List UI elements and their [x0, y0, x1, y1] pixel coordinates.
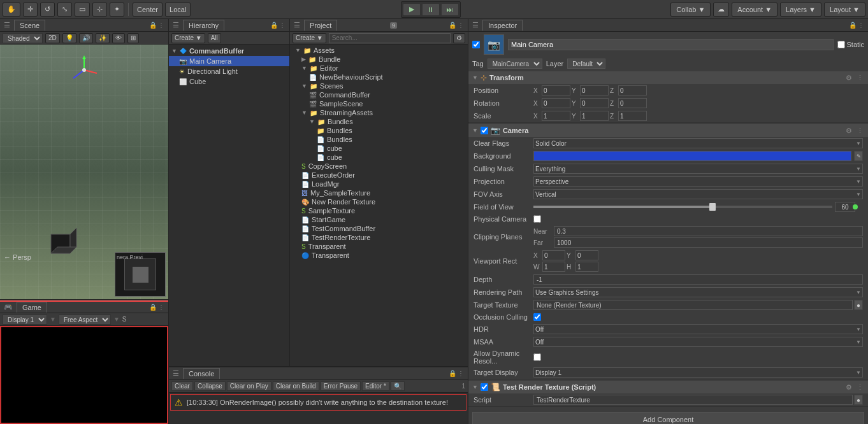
custom-tool[interactable]: ✦ [110, 3, 124, 17]
project-startgame[interactable]: 📄 StartGame [290, 215, 468, 224]
hierarchy-create-btn[interactable]: Create ▼ [171, 33, 205, 43]
project-scenes[interactable]: ▼ 📁 Scenes [290, 81, 468, 90]
rotation-z-input[interactable] [618, 98, 647, 108]
account-btn[interactable]: Account ▼ [732, 3, 778, 17]
inspector-menu-btn[interactable]: ⋮ [858, 22, 864, 29]
console-lock-btn[interactable]: 🔒 [449, 370, 456, 377]
far-input[interactable] [554, 237, 863, 248]
rotation-y-input[interactable] [580, 98, 609, 108]
scene-2d-btn[interactable]: 2D [45, 33, 60, 43]
vp-y-input[interactable] [575, 250, 598, 260]
display-dropdown[interactable]: Display 1 [3, 314, 47, 325]
hierarchy-item-main-camera[interactable]: 📷 Main Camera [169, 56, 289, 66]
scale-z-input[interactable] [618, 111, 647, 121]
clear-btn[interactable]: Clear [171, 381, 193, 391]
static-checkbox[interactable] [837, 41, 845, 48]
fov-slider[interactable] [533, 206, 832, 208]
script-more-btn[interactable]: ⋮ [855, 383, 864, 392]
project-newbehaviour[interactable]: 📄 NewBehaviourScript [290, 73, 468, 81]
scene-menu-btn[interactable]: ⋮ [158, 22, 164, 29]
project-cube2[interactable]: 📄 cube [290, 153, 468, 162]
game-tab[interactable]: Game [17, 302, 47, 313]
project-bundles-sub[interactable]: 📁 Bundles [290, 126, 468, 135]
aspect-dropdown[interactable]: Free Aspect [59, 314, 111, 325]
project-sampletexture[interactable]: S SampleTexture [290, 206, 468, 215]
hierarchy-item-directional-light[interactable]: ☀ Directional Light [169, 66, 289, 76]
camera-settings-btn[interactable]: ⚙ [844, 126, 853, 135]
project-bundles-parent[interactable]: ▼ 📁 Bundles [290, 117, 468, 126]
project-streaming[interactable]: ▼ 📁 StreamingAssets [290, 108, 468, 117]
search-console-btn[interactable]: 🔍 [391, 381, 405, 391]
project-commandbuffer-scene[interactable]: 🎬 CommandBuffer [290, 90, 468, 99]
camera-header[interactable]: ▼ 📷 Camera ⚙ ⋮ [468, 124, 868, 137]
target-texture-pick-btn[interactable]: ● [854, 300, 863, 310]
hierarchy-item-cube[interactable]: ⬜ Cube [169, 76, 289, 87]
position-z-input[interactable] [618, 85, 647, 95]
layer-select[interactable]: Default [567, 59, 605, 69]
occlusion-culling-checkbox[interactable] [533, 313, 541, 321]
step-btn[interactable]: ⏭ [441, 3, 459, 16]
project-loadmgr[interactable]: 📄 LoadMgr [290, 180, 468, 188]
rendering-path-dropdown[interactable]: Use Graphics Settings ▼ [533, 287, 863, 297]
move-tool[interactable]: ✛ [23, 3, 38, 17]
play-btn[interactable]: ▶ [403, 3, 421, 16]
culling-mask-dropdown[interactable]: Everything ▼ [533, 164, 863, 174]
transform-settings-btn[interactable]: ⚙ [844, 73, 853, 82]
clear-on-play-btn[interactable]: Clear on Play [227, 381, 271, 391]
scene-effect-btn[interactable]: ✨ [96, 33, 110, 43]
script-enable-checkbox[interactable] [481, 383, 488, 391]
project-transparent1[interactable]: S Transparent [290, 242, 468, 251]
clear-flags-dropdown[interactable]: Solid Color ▼ [533, 138, 863, 148]
game-menu-btn[interactable]: ⋮ [158, 304, 164, 311]
project-bundle[interactable]: ▶ 📁 Bundle [290, 55, 468, 64]
error-pause-btn[interactable]: Error Pause [321, 381, 361, 391]
console-message[interactable]: ⚠ [10:33:30] OnRenderImage() possibly di… [170, 394, 467, 411]
inspector-lock-btn[interactable]: 🔒 [849, 22, 857, 29]
script-header[interactable]: ▼ 📜 Test Render Texture (Script) ⚙ ⋮ [468, 381, 868, 393]
scale-tool[interactable]: ⤡ [57, 3, 72, 17]
pause-btn[interactable]: ⏸ [422, 3, 440, 16]
rotation-x-input[interactable] [542, 98, 570, 108]
console-menu-btn[interactable]: ⋮ [458, 370, 464, 377]
transform-header[interactable]: ▼ ⊹ Transform ⚙ ⋮ [468, 71, 868, 84]
script-pick-btn[interactable]: ● [854, 395, 863, 405]
script-input[interactable] [533, 395, 853, 405]
clear-on-build-btn[interactable]: Clear on Build [273, 381, 319, 391]
game-lock-btn[interactable]: 🔒 [149, 304, 157, 311]
script-settings-btn[interactable]: ⚙ [844, 383, 853, 392]
fov-slider-thumb[interactable] [709, 203, 716, 211]
add-component-btn[interactable]: Add Component [472, 412, 864, 424]
project-copyscreen[interactable]: S CopyScreen [290, 162, 468, 171]
project-sort-btn[interactable]: ⚙ [453, 33, 465, 43]
collapse-btn[interactable]: Collapse [194, 381, 226, 391]
camera-enable-checkbox[interactable] [481, 127, 488, 134]
project-tab[interactable]: Project [304, 20, 337, 31]
rotate-tool[interactable]: ↺ [40, 3, 55, 17]
scene-light-btn[interactable]: 💡 [62, 33, 76, 43]
project-bundles-file[interactable]: 📄 Bundles [290, 135, 468, 144]
rect-tool[interactable]: ▭ [75, 3, 90, 17]
hand-tool[interactable]: ✋ [3, 3, 20, 17]
scene-lock-btn[interactable]: 🔒 [149, 22, 157, 29]
allow-dynamic-checkbox[interactable] [533, 353, 541, 361]
depth-input[interactable] [533, 274, 863, 285]
background-color-swatch[interactable] [533, 151, 851, 161]
scene-gizmo-btn[interactable]: ⊞ [127, 33, 139, 43]
physical-camera-checkbox[interactable] [533, 215, 541, 223]
project-rendertexture[interactable]: 🎨 New Render Texture [290, 197, 468, 206]
project-menu-btn[interactable]: ⋮ [458, 22, 464, 29]
scene-audio-btn[interactable]: 🔊 [79, 33, 93, 43]
collab-btn[interactable]: Collab ▼ [670, 3, 711, 17]
project-testrendertexture[interactable]: 📄 TestRenderTexture [290, 233, 468, 242]
object-active-checkbox[interactable] [472, 41, 480, 48]
vp-x-input[interactable] [542, 250, 565, 260]
shaded-dropdown[interactable]: Shaded [3, 33, 43, 43]
project-transparent2[interactable]: 🔵 Transparent [290, 251, 468, 260]
msaa-dropdown[interactable]: Off ▼ [533, 337, 863, 347]
target-texture-input[interactable] [533, 300, 853, 310]
scene-tab[interactable]: Scene [14, 20, 45, 31]
project-create-btn[interactable]: Create ▼ [293, 33, 326, 43]
hierarchy-menu-btn[interactable]: ⋮ [279, 22, 286, 29]
scene-hidden-btn[interactable]: 👁 [112, 33, 125, 43]
vp-w-input[interactable] [542, 262, 565, 272]
